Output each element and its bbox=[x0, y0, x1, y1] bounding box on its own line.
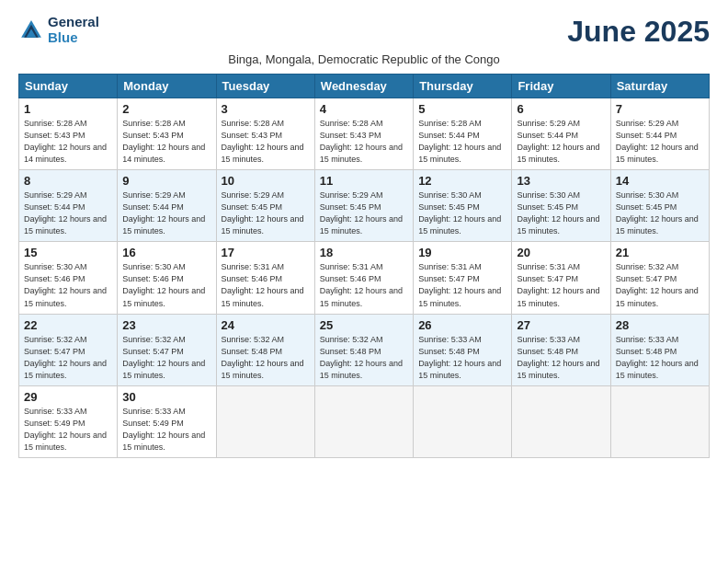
column-header-thursday: Thursday bbox=[414, 75, 512, 98]
day-info: Sunrise: 5:29 AMSunset: 5:44 PMDaylight:… bbox=[24, 190, 107, 236]
week-row-1: 1 Sunrise: 5:28 AMSunset: 5:43 PMDayligh… bbox=[19, 98, 710, 170]
header-row: SundayMondayTuesdayWednesdayThursdayFrid… bbox=[19, 75, 710, 98]
calendar-cell: 7 Sunrise: 5:29 AMSunset: 5:44 PMDayligh… bbox=[610, 98, 709, 170]
day-number: 24 bbox=[222, 318, 310, 332]
day-number: 1 bbox=[24, 102, 112, 116]
week-row-2: 8 Sunrise: 5:29 AMSunset: 5:44 PMDayligh… bbox=[19, 170, 710, 242]
day-info: Sunrise: 5:33 AMSunset: 5:48 PMDaylight:… bbox=[418, 335, 501, 380]
day-info: Sunrise: 5:33 AMSunset: 5:49 PMDaylight:… bbox=[24, 407, 107, 452]
day-number: 12 bbox=[418, 174, 506, 188]
calendar-cell: 30 Sunrise: 5:33 AMSunset: 5:49 PMDaylig… bbox=[118, 385, 216, 457]
day-number: 2 bbox=[122, 102, 210, 116]
calendar-cell bbox=[512, 385, 610, 457]
column-header-friday: Friday bbox=[512, 75, 610, 98]
day-info: Sunrise: 5:28 AMSunset: 5:43 PMDaylight:… bbox=[24, 119, 107, 164]
calendar-cell: 1 Sunrise: 5:28 AMSunset: 5:43 PMDayligh… bbox=[19, 98, 118, 170]
day-info: Sunrise: 5:30 AMSunset: 5:45 PMDaylight:… bbox=[418, 190, 501, 236]
column-header-sunday: Sunday bbox=[19, 75, 118, 98]
day-info: Sunrise: 5:33 AMSunset: 5:48 PMDaylight:… bbox=[517, 335, 599, 380]
day-number: 4 bbox=[320, 102, 408, 116]
week-row-3: 15 Sunrise: 5:30 AMSunset: 5:46 PMDaylig… bbox=[19, 242, 710, 314]
week-row-5: 29 Sunrise: 5:33 AMSunset: 5:49 PMDaylig… bbox=[19, 385, 710, 457]
calendar-cell bbox=[610, 385, 709, 457]
day-info: Sunrise: 5:28 AMSunset: 5:43 PMDaylight:… bbox=[122, 119, 205, 164]
day-info: Sunrise: 5:32 AMSunset: 5:47 PMDaylight:… bbox=[616, 262, 699, 307]
day-number: 8 bbox=[24, 174, 112, 188]
subtitle: Binga, Mongala, Democratic Republic of t… bbox=[18, 52, 710, 66]
day-info: Sunrise: 5:28 AMSunset: 5:43 PMDaylight:… bbox=[222, 119, 304, 164]
day-info: Sunrise: 5:29 AMSunset: 5:45 PMDaylight:… bbox=[320, 190, 403, 236]
day-number: 10 bbox=[222, 174, 310, 188]
day-number: 6 bbox=[517, 102, 605, 116]
day-number: 9 bbox=[122, 174, 210, 188]
day-info: Sunrise: 5:30 AMSunset: 5:46 PMDaylight:… bbox=[24, 262, 107, 307]
calendar-cell: 8 Sunrise: 5:29 AMSunset: 5:44 PMDayligh… bbox=[19, 170, 118, 242]
day-number: 28 bbox=[616, 318, 704, 332]
page: General Blue June 2025 Binga, Mongala, D… bbox=[0, 0, 728, 563]
day-info: Sunrise: 5:32 AMSunset: 5:47 PMDaylight:… bbox=[24, 335, 107, 380]
calendar-cell: 22 Sunrise: 5:32 AMSunset: 5:47 PMDaylig… bbox=[19, 314, 118, 385]
calendar-cell: 20 Sunrise: 5:31 AMSunset: 5:47 PMDaylig… bbox=[512, 242, 610, 314]
day-number: 29 bbox=[24, 390, 112, 404]
day-number: 7 bbox=[616, 102, 704, 116]
day-number: 30 bbox=[122, 390, 210, 404]
day-number: 11 bbox=[320, 174, 408, 188]
day-info: Sunrise: 5:32 AMSunset: 5:48 PMDaylight:… bbox=[320, 335, 403, 380]
calendar-cell: 13 Sunrise: 5:30 AMSunset: 5:45 PMDaylig… bbox=[512, 170, 610, 242]
day-number: 14 bbox=[616, 174, 704, 188]
day-info: Sunrise: 5:30 AMSunset: 5:45 PMDaylight:… bbox=[517, 190, 599, 236]
calendar-cell: 5 Sunrise: 5:28 AMSunset: 5:44 PMDayligh… bbox=[414, 98, 512, 170]
day-info: Sunrise: 5:32 AMSunset: 5:47 PMDaylight:… bbox=[122, 335, 205, 380]
calendar-cell: 21 Sunrise: 5:32 AMSunset: 5:47 PMDaylig… bbox=[610, 242, 709, 314]
day-number: 20 bbox=[517, 246, 605, 259]
day-info: Sunrise: 5:31 AMSunset: 5:47 PMDaylight:… bbox=[517, 262, 599, 307]
calendar-cell: 12 Sunrise: 5:30 AMSunset: 5:45 PMDaylig… bbox=[414, 170, 512, 242]
calendar-cell: 29 Sunrise: 5:33 AMSunset: 5:49 PMDaylig… bbox=[19, 385, 118, 457]
calendar-cell bbox=[314, 385, 413, 457]
day-info: Sunrise: 5:28 AMSunset: 5:43 PMDaylight:… bbox=[320, 119, 403, 164]
day-number: 16 bbox=[122, 246, 210, 259]
month-title: June 2025 bbox=[567, 15, 710, 49]
day-info: Sunrise: 5:33 AMSunset: 5:48 PMDaylight:… bbox=[616, 335, 699, 380]
calendar-cell: 10 Sunrise: 5:29 AMSunset: 5:45 PMDaylig… bbox=[216, 170, 314, 242]
day-number: 19 bbox=[418, 246, 506, 259]
column-header-wednesday: Wednesday bbox=[314, 75, 413, 98]
calendar-cell: 18 Sunrise: 5:31 AMSunset: 5:46 PMDaylig… bbox=[314, 242, 413, 314]
calendar-cell: 4 Sunrise: 5:28 AMSunset: 5:43 PMDayligh… bbox=[314, 98, 413, 170]
day-info: Sunrise: 5:30 AMSunset: 5:46 PMDaylight:… bbox=[122, 262, 205, 307]
calendar-cell: 26 Sunrise: 5:33 AMSunset: 5:48 PMDaylig… bbox=[414, 314, 512, 385]
logo-text: General Blue bbox=[48, 15, 99, 45]
calendar-cell: 2 Sunrise: 5:28 AMSunset: 5:43 PMDayligh… bbox=[118, 98, 216, 170]
calendar-cell: 19 Sunrise: 5:31 AMSunset: 5:47 PMDaylig… bbox=[414, 242, 512, 314]
calendar-cell: 17 Sunrise: 5:31 AMSunset: 5:46 PMDaylig… bbox=[216, 242, 314, 314]
calendar-cell: 28 Sunrise: 5:33 AMSunset: 5:48 PMDaylig… bbox=[610, 314, 709, 385]
day-info: Sunrise: 5:28 AMSunset: 5:44 PMDaylight:… bbox=[418, 119, 501, 164]
day-number: 23 bbox=[122, 318, 210, 332]
calendar: SundayMondayTuesdayWednesdayThursdayFrid… bbox=[18, 74, 710, 458]
day-number: 18 bbox=[320, 246, 408, 259]
day-number: 15 bbox=[24, 246, 112, 259]
day-info: Sunrise: 5:29 AMSunset: 5:44 PMDaylight:… bbox=[122, 190, 205, 236]
day-number: 3 bbox=[222, 102, 310, 116]
day-number: 26 bbox=[418, 318, 506, 332]
calendar-cell bbox=[216, 385, 314, 457]
day-number: 5 bbox=[418, 102, 506, 116]
day-info: Sunrise: 5:31 AMSunset: 5:46 PMDaylight:… bbox=[320, 262, 403, 307]
day-info: Sunrise: 5:29 AMSunset: 5:45 PMDaylight:… bbox=[222, 190, 304, 236]
day-number: 13 bbox=[517, 174, 605, 188]
column-header-tuesday: Tuesday bbox=[216, 75, 314, 98]
calendar-cell: 15 Sunrise: 5:30 AMSunset: 5:46 PMDaylig… bbox=[19, 242, 118, 314]
day-info: Sunrise: 5:32 AMSunset: 5:48 PMDaylight:… bbox=[222, 335, 304, 380]
calendar-cell: 9 Sunrise: 5:29 AMSunset: 5:44 PMDayligh… bbox=[118, 170, 216, 242]
calendar-cell: 3 Sunrise: 5:28 AMSunset: 5:43 PMDayligh… bbox=[216, 98, 314, 170]
day-info: Sunrise: 5:31 AMSunset: 5:46 PMDaylight:… bbox=[222, 262, 304, 307]
logo-icon bbox=[18, 17, 44, 43]
calendar-cell: 23 Sunrise: 5:32 AMSunset: 5:47 PMDaylig… bbox=[118, 314, 216, 385]
logo: General Blue bbox=[18, 15, 99, 45]
day-info: Sunrise: 5:29 AMSunset: 5:44 PMDaylight:… bbox=[616, 119, 699, 164]
header-row: General Blue June 2025 bbox=[18, 15, 710, 49]
day-info: Sunrise: 5:31 AMSunset: 5:47 PMDaylight:… bbox=[418, 262, 501, 307]
calendar-cell: 16 Sunrise: 5:30 AMSunset: 5:46 PMDaylig… bbox=[118, 242, 216, 314]
week-row-4: 22 Sunrise: 5:32 AMSunset: 5:47 PMDaylig… bbox=[19, 314, 710, 385]
calendar-cell bbox=[414, 385, 512, 457]
